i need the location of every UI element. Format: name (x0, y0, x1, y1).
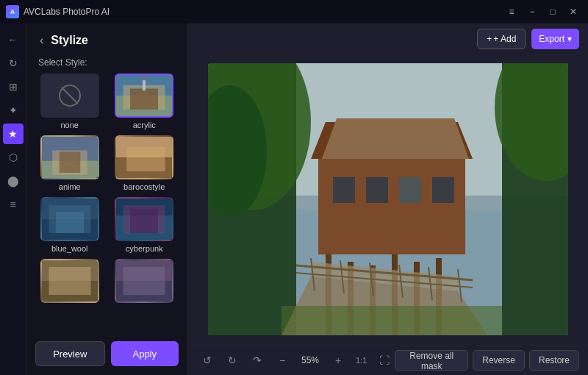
svg-rect-37 (318, 159, 465, 254)
style-grid: none (26, 74, 187, 332)
svg-rect-18 (56, 213, 84, 234)
apply-button[interactable]: Apply (111, 341, 179, 366)
reverse-button[interactable]: Reverse (473, 350, 525, 371)
controls-right: Remove all mask Reverse Restore (395, 350, 579, 371)
sidebar-title: Stylize (51, 34, 88, 47)
svg-rect-25 (49, 267, 90, 295)
style-thumb-cyberpunk[interactable] (115, 197, 173, 241)
adjust-icon[interactable]: ≡ (3, 194, 24, 215)
style-item-blue-wool[interactable]: blue_wool (35, 197, 104, 253)
svg-rect-43 (432, 177, 454, 203)
style-thumb-7[interactable] (40, 259, 99, 303)
svg-rect-41 (366, 177, 388, 203)
sidebar-header: ‹ Stylize (26, 24, 187, 54)
style-label-none: none (61, 121, 79, 129)
menu-button[interactable]: ≡ (503, 4, 520, 19)
remove-mask-button[interactable]: Remove all mask (395, 350, 468, 371)
style-label-acrylic: acrylic (133, 121, 156, 129)
style-item-7[interactable] (35, 259, 104, 306)
back-button[interactable]: ‹ (38, 32, 45, 49)
add-button[interactable]: + + Add (477, 29, 526, 49)
sidebar: ‹ Stylize Select Style: none (26, 24, 188, 375)
maximize-button[interactable]: □ (544, 4, 562, 19)
canvas-controls: ↺ ↻ ↷ − 55% + 1:1 ⛶ Remove all mask Reve… (188, 344, 588, 375)
icon-bar: ← ↻ ⊞ ✦ ★ ⬡ ⬤ ≡ (0, 24, 26, 375)
svg-marker-39 (322, 118, 469, 159)
fit-button[interactable]: ⛶ (374, 350, 395, 371)
stylize-icon[interactable]: ★ (3, 124, 24, 144)
nav-back-icon[interactable]: ← (3, 29, 24, 50)
style-label-anime: anime (59, 182, 81, 191)
svg-rect-5 (130, 89, 158, 110)
style-item-8[interactable] (110, 259, 179, 306)
plus-icon: + (487, 34, 492, 44)
controls-left: ↺ ↻ ↷ − 55% + 1:1 ⛶ (197, 350, 395, 371)
svg-rect-14 (127, 147, 165, 171)
redo2-button[interactable]: ↷ (247, 350, 268, 371)
zoom-in-button[interactable]: + (328, 350, 348, 371)
zoom-out-button[interactable]: − (272, 350, 293, 371)
canvas-toolbar: + + Add Export ▾ (188, 24, 588, 54)
style-item-acrylic[interactable]: acrylic (110, 74, 179, 129)
style-item-barocostyle[interactable]: barocostyle (110, 135, 179, 191)
svg-line-1 (62, 88, 78, 104)
style-thumb-none[interactable] (40, 74, 99, 118)
svg-rect-60 (282, 306, 502, 335)
svg-rect-6 (143, 80, 146, 90)
mask-icon[interactable]: ⬤ (3, 171, 24, 191)
sidebar-actions: Preview Apply (26, 332, 187, 375)
svg-rect-22 (130, 209, 158, 233)
titlebar-left: A AVCLabs PhotoPro AI (6, 5, 110, 18)
style-thumb-8[interactable] (115, 259, 173, 303)
zoom-level: 55% (297, 355, 323, 365)
style-item-anime[interactable]: anime (35, 135, 104, 191)
close-button[interactable]: ✕ (564, 4, 582, 19)
select-style-label: Select Style: (26, 54, 187, 74)
svg-rect-40 (333, 177, 355, 203)
export-button[interactable]: Export ▾ (531, 29, 579, 49)
svg-rect-11 (60, 151, 81, 173)
style-label-blue-wool: blue_wool (51, 244, 88, 253)
titlebar-controls: ≡ − □ ✕ (503, 4, 582, 19)
style-label-barocostyle: barocostyle (123, 182, 165, 191)
preview-button[interactable]: Preview (35, 341, 105, 366)
titlebar: A AVCLabs PhotoPro AI ≡ − □ ✕ (0, 0, 588, 24)
restore-button[interactable]: Restore (529, 350, 579, 371)
style-thumb-barocostyle[interactable] (115, 135, 173, 179)
main-layout: ← ↻ ⊞ ✦ ★ ⬡ ⬤ ≡ ‹ Stylize Select Style: … (0, 24, 588, 375)
style-thumb-blue-wool[interactable] (40, 197, 99, 241)
wand-icon[interactable]: ⬡ (3, 147, 24, 168)
ratio-button[interactable]: 1:1 (353, 350, 370, 371)
style-item-cyberpunk[interactable]: cyberpunk (110, 197, 179, 253)
style-thumb-acrylic[interactable] (115, 74, 173, 118)
svg-rect-42 (399, 177, 421, 203)
style-thumb-anime[interactable] (40, 135, 99, 179)
app-icon: A (6, 5, 19, 18)
canvas-area: + + Add Export ▾ (188, 24, 588, 375)
app-title: AVCLabs PhotoPro AI (24, 7, 110, 17)
canvas-viewport (188, 54, 588, 344)
rotate-icon[interactable]: ↻ (3, 53, 24, 74)
undo-button[interactable]: ↺ (197, 350, 218, 371)
export-chevron-icon: ▾ (567, 34, 572, 44)
export-label: Export (539, 34, 564, 44)
svg-rect-28 (123, 267, 165, 295)
redo-button[interactable]: ↻ (222, 350, 243, 371)
painting (208, 63, 568, 335)
style-item-none[interactable]: none (35, 74, 104, 129)
style-label-cyberpunk: cyberpunk (126, 244, 163, 253)
minimize-button[interactable]: − (523, 4, 541, 19)
layers-icon[interactable]: ⊞ (3, 76, 24, 97)
magic-icon[interactable]: ✦ (3, 100, 24, 121)
